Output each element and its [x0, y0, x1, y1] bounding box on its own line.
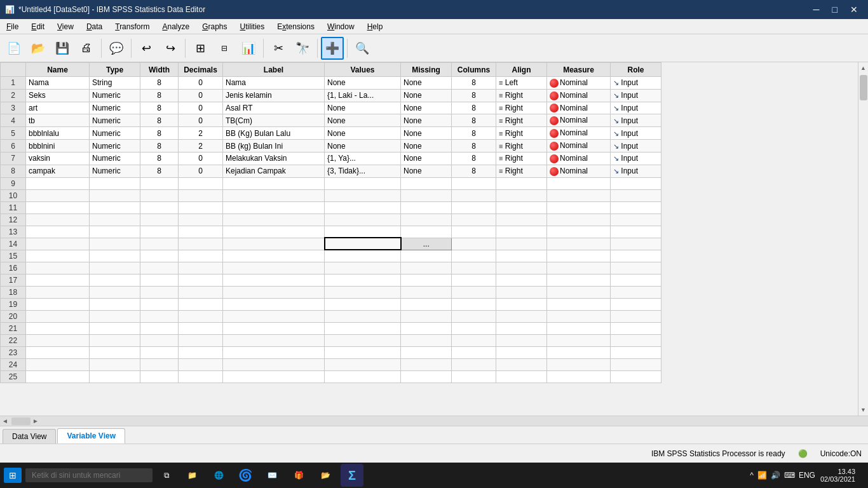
type-cell[interactable]: String [90, 77, 140, 90]
align-cell[interactable]: ≡ Right [496, 102, 547, 114]
columns-cell[interactable]: 8 [452, 127, 496, 140]
decimals-cell[interactable]: 0 [179, 165, 223, 177]
name-cell[interactable] [26, 298, 90, 310]
role-cell[interactable] [611, 274, 661, 286]
decimals-cell[interactable] [179, 310, 223, 322]
role-cell[interactable] [611, 298, 661, 310]
measure-cell[interactable] [547, 346, 611, 358]
empty-table-row[interactable]: 25 [1, 370, 661, 383]
decimals-cell[interactable] [179, 370, 223, 383]
taskbar-mail[interactable]: ✉️ [261, 464, 283, 487]
values-cell[interactable]: None [325, 140, 401, 152]
align-cell[interactable] [496, 286, 547, 298]
width-cell[interactable]: 8 [140, 114, 179, 127]
align-cell[interactable] [496, 346, 547, 358]
name-cell[interactable] [26, 250, 90, 262]
decimals-cell[interactable] [179, 298, 223, 310]
taskbar-file-explorer[interactable]: 📁 [180, 464, 203, 487]
taskbar-sigma[interactable]: Σ [341, 464, 363, 487]
type-cell[interactable] [90, 177, 140, 189]
decimals-cell[interactable] [179, 346, 223, 358]
label-cell[interactable] [223, 370, 325, 383]
align-cell[interactable] [496, 189, 547, 201]
values-cell[interactable]: None [325, 77, 401, 90]
columns-cell[interactable] [452, 310, 496, 322]
align-cell[interactable] [496, 370, 547, 383]
empty-table-row[interactable]: 23 [1, 346, 661, 358]
missing-cell[interactable]: None [401, 140, 452, 152]
open-btn[interactable]: 📂 [27, 37, 50, 60]
name-cell[interactable] [26, 262, 90, 274]
label-cell[interactable]: Asal RT [223, 102, 325, 114]
new-file-btn[interactable]: 📄 [3, 37, 25, 60]
align-cell[interactable] [496, 322, 547, 334]
type-cell[interactable] [90, 310, 140, 322]
grid-scroll[interactable]: Name Type Width Decimals Label Values Mi… [0, 62, 858, 416]
missing-cell[interactable] [401, 346, 452, 358]
values-cell[interactable] [325, 274, 401, 286]
empty-table-row[interactable]: 21 [1, 322, 661, 334]
width-cell[interactable] [140, 298, 179, 310]
menu-utilities[interactable]: Utilities [234, 21, 271, 32]
decimals-cell[interactable]: 0 [179, 89, 223, 102]
measure-cell[interactable] [547, 226, 611, 238]
type-cell[interactable]: Numeric [90, 102, 140, 114]
print-btn[interactable]: 🖨 [75, 37, 98, 60]
measure-cell[interactable]: Nominal [547, 152, 611, 165]
measure-cell[interactable]: Nominal [547, 77, 611, 90]
align-cell[interactable]: ≡ Right [496, 114, 547, 127]
columns-cell[interactable] [452, 177, 496, 189]
values-cell[interactable] [325, 177, 401, 189]
role-cell[interactable] [611, 250, 661, 262]
measure-cell[interactable]: Nominal [547, 127, 611, 140]
type-cell[interactable] [90, 298, 140, 310]
type-cell[interactable] [90, 274, 140, 286]
columns-cell[interactable] [452, 201, 496, 214]
missing-cell[interactable] [401, 358, 452, 370]
empty-table-row[interactable]: 19 [1, 298, 661, 310]
missing-cell[interactable] [401, 274, 452, 286]
values-cell[interactable] [325, 370, 401, 383]
label-cell[interactable] [223, 286, 325, 298]
missing-cell[interactable] [401, 226, 452, 238]
label-cell[interactable]: BB (kg) Bulan Ini [223, 140, 325, 152]
values-cell[interactable] [325, 322, 401, 334]
role-cell[interactable]: ↘ Input [611, 77, 661, 90]
measure-cell[interactable]: Nominal [547, 165, 611, 177]
values-cell[interactable] [325, 358, 401, 370]
empty-table-row[interactable]: 24 [1, 358, 661, 370]
dialog-recall-btn[interactable]: 💬 [105, 37, 128, 60]
width-cell[interactable] [140, 334, 179, 346]
width-cell[interactable]: 8 [140, 165, 179, 177]
name-cell[interactable] [26, 346, 90, 358]
align-cell[interactable] [496, 298, 547, 310]
type-cell[interactable]: Numeric [90, 127, 140, 140]
search-btn[interactable]: 🔍 [351, 37, 374, 60]
scroll-right-arrow[interactable]: ► [31, 417, 41, 424]
table-row[interactable]: 7 vaksin Numeric 8 0 Melakukan Vaksin {1… [1, 152, 661, 165]
missing-cell[interactable]: None [401, 152, 452, 165]
selected-cell[interactable] [325, 238, 401, 250]
type-cell[interactable] [90, 226, 140, 238]
name-cell[interactable]: art [26, 102, 90, 114]
decimals-cell[interactable] [179, 226, 223, 238]
role-cell[interactable] [611, 189, 661, 201]
empty-table-row[interactable]: 15 [1, 250, 661, 262]
label-cell[interactable] [223, 214, 325, 226]
empty-table-row[interactable]: 16 [1, 262, 661, 274]
measure-cell[interactable] [547, 322, 611, 334]
minimize-button[interactable]: ─ [808, 3, 825, 16]
name-cell[interactable] [26, 189, 90, 201]
empty-table-row[interactable]: 11 [1, 201, 661, 214]
missing-cell[interactable] [401, 201, 452, 214]
missing-cell[interactable] [401, 334, 452, 346]
name-cell[interactable]: Seks [26, 89, 90, 102]
menu-transform[interactable]: Transform [109, 21, 156, 32]
values-cell[interactable]: {1, Laki - La... [325, 89, 401, 102]
taskbar-edge[interactable]: 🌀 [234, 464, 257, 487]
decimals-cell[interactable] [179, 189, 223, 201]
table-row[interactable]: 1 Nama String 8 0 Nama None None 8 ≡ Lef… [1, 77, 661, 90]
table-row[interactable]: 2 Seks Numeric 8 0 Jenis kelamin {1, Lak… [1, 89, 661, 102]
values-cell[interactable] [325, 250, 401, 262]
decimals-cell[interactable] [179, 358, 223, 370]
